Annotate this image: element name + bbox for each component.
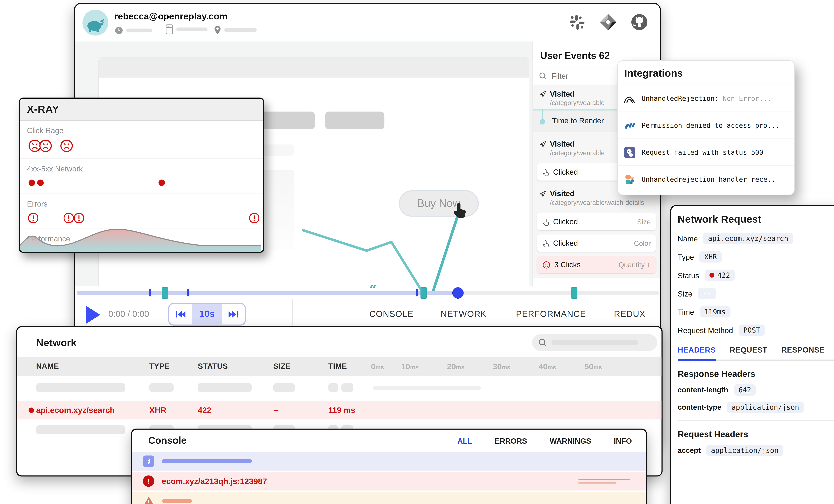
event-clicked[interactable]: Clicked Color: [537, 235, 656, 251]
xray-title: X-RAY: [20, 98, 263, 121]
search-icon: [539, 72, 547, 80]
timeline-event-tick[interactable]: [187, 289, 189, 297]
skip-controls: 10s: [168, 303, 246, 326]
console-row-info[interactable]: i: [132, 451, 646, 470]
screenshot-root: rebecca@openreplay.com: [0, 0, 834, 504]
timeline-event-tick[interactable]: [416, 289, 418, 297]
error-icon: [63, 212, 74, 224]
error-icon: [27, 212, 39, 224]
col-type[interactable]: TYPE: [149, 362, 170, 370]
event-label: Clicked: [553, 217, 578, 226]
visited-icon: [539, 140, 547, 148]
field-label: Name: [678, 234, 698, 243]
request-name: api.ecom.xyz/search: [36, 406, 115, 415]
tab-response[interactable]: RESPONSE: [782, 346, 825, 359]
visited-icon: [539, 190, 547, 197]
event-label: Time to Render: [552, 116, 603, 125]
header-value: 642: [733, 385, 756, 396]
player-timeline[interactable]: “: [75, 286, 660, 299]
warning-icon: [143, 496, 155, 504]
skip-interval-label[interactable]: 10s: [192, 304, 222, 325]
console-error-source: ecom.xyz/a213qh.js:123987: [162, 477, 267, 486]
integration-row-sentry[interactable]: UnhandledRejection: Non-Error...: [618, 85, 794, 112]
request-size: --: [273, 406, 279, 415]
warning-skeleton: [162, 499, 192, 503]
skip-forward-icon: [228, 310, 239, 319]
session-meta-time: [115, 26, 152, 35]
meta-skeleton: [176, 27, 208, 31]
col-status[interactable]: STATUS: [198, 362, 228, 370]
network-title: Network: [36, 337, 76, 349]
timeline-track-remaining[interactable]: [457, 291, 659, 295]
skeleton-block: [325, 112, 384, 129]
skip-back-button[interactable]: [169, 304, 192, 325]
timeline-marker-teal[interactable]: [571, 287, 577, 299]
col-time[interactable]: TIME: [328, 362, 347, 370]
meta-skeleton: [224, 28, 257, 32]
jira-diamond-icon[interactable]: [598, 13, 618, 32]
rage-click-icon: [542, 261, 550, 269]
request-type: XHR: [149, 406, 167, 415]
status-dot: [709, 273, 714, 278]
xray-network-label: 4xx-5xx Network: [27, 165, 263, 173]
field-label: Status: [678, 271, 699, 280]
tab-redux[interactable]: REDUX: [614, 309, 645, 319]
tick-40ms: 40ms: [539, 362, 556, 371]
integration-message: Permission denied to access pro...: [642, 121, 780, 129]
timeline-marker-teal[interactable]: [420, 287, 427, 299]
event-clicked[interactable]: Clicked Size: [537, 213, 656, 230]
network-columns-header: NAME TYPE STATUS SIZE TIME 0ms 10ms 20ms…: [17, 357, 661, 376]
slack-icon[interactable]: [568, 13, 586, 31]
rage-face-icon: [39, 139, 52, 152]
field-value: 422: [704, 269, 735, 281]
console-title: Console: [148, 435, 186, 446]
timeline-event-tick[interactable]: [149, 289, 151, 297]
field-value: --: [698, 288, 716, 299]
console-tab-info[interactable]: INFO: [614, 436, 632, 445]
tab-console[interactable]: CONSOLE: [369, 309, 414, 319]
tab-performance[interactable]: PERFORMANCE: [516, 309, 586, 319]
field-status: Status 422: [678, 269, 834, 281]
timeline-marker-teal[interactable]: [162, 287, 168, 299]
timeline-quote-marker[interactable]: “: [369, 284, 377, 297]
error-icon: !: [143, 476, 154, 487]
console-row-warning[interactable]: [132, 490, 646, 504]
rage-face-icon: [60, 139, 73, 152]
field-name: Name api.ecom.xyz/search: [678, 233, 834, 244]
click-hand-icon: [542, 218, 549, 225]
user-events-count: 62: [599, 50, 610, 61]
integrations-panel: Integrations UnhandledRejection: Non-Err…: [617, 60, 795, 195]
timeline-track-played[interactable]: [76, 291, 457, 295]
session-header: rebecca@openreplay.com: [75, 4, 660, 42]
integration-row-cluster[interactable]: Unhandledrejection handler rece..: [618, 166, 794, 192]
network-row-error[interactable]: api.ecom.xyz/search XHR 422 -- 119 ms: [17, 401, 661, 419]
event-clicked[interactable]: Clicked Buy Now: [537, 278, 656, 278]
tab-headers[interactable]: HEADERS: [678, 346, 716, 360]
col-name[interactable]: NAME: [36, 362, 59, 370]
event-rage-clicks[interactable]: 3 Clicks Quantity +: [537, 256, 656, 273]
header-key: content-length: [678, 386, 728, 394]
console-panel: Console ALL ERRORS WARNINGS INFO i ! eco…: [131, 429, 647, 504]
network-search[interactable]: [532, 334, 657, 351]
playhead[interactable]: [453, 287, 464, 299]
network-error-dot: [28, 180, 35, 186]
integrations-title: Integrations: [618, 61, 794, 85]
console-tab-warnings[interactable]: WARNINGS: [550, 436, 591, 445]
network-request-panel: Network Request Name api.ecom.xyz/search…: [670, 205, 834, 504]
console-tab-all[interactable]: ALL: [458, 436, 472, 445]
field-label: Type: [678, 253, 694, 261]
field-label: Size: [678, 289, 692, 298]
tab-network[interactable]: NETWORK: [441, 309, 487, 319]
col-size[interactable]: SIZE: [273, 362, 291, 370]
session-meta-browser: [166, 24, 207, 35]
integration-row-datadog[interactable]: Request failed with status 500: [618, 138, 794, 166]
tab-request[interactable]: REQUEST: [730, 346, 767, 359]
skip-forward-button[interactable]: [222, 304, 245, 325]
browser-icon: [166, 24, 173, 35]
console-row-error[interactable]: ! ecom.xyz/a213qh.js:123987: [132, 470, 646, 490]
integration-row-elastic[interactable]: Permission denied to access pro...: [618, 112, 794, 139]
play-button[interactable]: [86, 306, 100, 324]
event-path: /category/wearable/watch-details: [550, 199, 654, 206]
github-icon[interactable]: [630, 13, 649, 31]
console-tab-errors[interactable]: ERRORS: [495, 436, 527, 445]
